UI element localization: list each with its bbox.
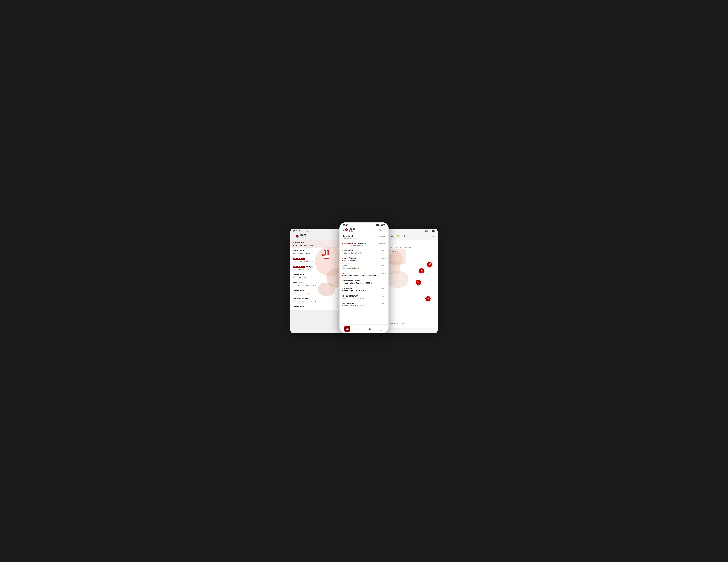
nav-mail[interactable] (344, 326, 350, 332)
email-item-left-8[interactable]: Carol Smith 18 Oct 202 (290, 304, 346, 310)
hand-overlay (320, 248, 333, 262)
phone-email-3[interactable]: Jason Chaplen Jun 5 Re: Job Offer 🔒 (340, 256, 388, 263)
phone-sender-5: Bernd (342, 272, 348, 274)
status-bar-right: 100 % (382, 229, 438, 233)
delete-icon[interactable]: 🗑 (390, 234, 395, 239)
phone-date-0: yesterday (379, 235, 386, 237)
phone-sender-4: Carol (342, 265, 347, 267)
app-header-left: ☰ 1 Inbox Online ⚌ ⊙ (290, 233, 346, 240)
phone-subject-2: Invitation: Kick-off 🔒 📎 (342, 252, 386, 254)
phone-subject-3: Re: Job Offer 🔒 (342, 260, 386, 262)
phone-inbox-info: ☰ 1 Inbox Online (342, 227, 355, 232)
red-x-4[interactable]: ✕ (425, 296, 431, 302)
sender-left-8: Carol Smith (293, 306, 304, 308)
sender-left-3: Tutanota Team hello@tu (293, 266, 314, 268)
red-x-2[interactable]: ✕ (419, 268, 424, 274)
phone-date-9: Jun 4 (382, 303, 386, 304)
subject-left-7: Cyber Security Importance 🔒 (293, 300, 344, 302)
phone-battery-area: 100% (373, 224, 385, 226)
phone-sender-0: Carol Smith (342, 235, 353, 237)
phone-dot-6 (342, 283, 343, 284)
phone-email-7[interactable]: Lufthansa Jun 4 Your Flight: FRA to JFK … (340, 286, 388, 293)
red-x-3[interactable]: ✕ (415, 279, 421, 285)
phone-sender-1: Tutanota Team hello@tutao.de (342, 242, 366, 244)
inbox-title-left: ☰ 1 Inbox Online (293, 234, 307, 239)
email-item-left-7[interactable]: Edward Snowden 18 Oct 202 Cyber Security… (290, 296, 346, 304)
phone-subject-8: Re: Need to reschedule 🔒 (342, 297, 386, 299)
status-bar-left: 07:37 Fri 16. Jun (290, 229, 346, 233)
more-dots-2[interactable]: ••• (384, 320, 435, 322)
phone-sender-3: Jason Chaplen (342, 257, 356, 259)
sender-extra-3: hello@tu (306, 266, 314, 268)
phone-subject-1: Your emails, your rules 🔒 (342, 245, 386, 247)
phone-email-6[interactable]: Gamescom Global Jun 4 Your invite to Gam… (340, 278, 388, 286)
phone-subject-0: Phishing Email 🔒 (342, 237, 386, 239)
phone-dot-9 (342, 305, 343, 306)
phone-date-3: Jun 5 (382, 257, 386, 259)
phone-email-5[interactable]: Bernd Jun 4 FWD: Your submission was acc… (340, 271, 388, 278)
phone-sender-6: Gamescom Global (342, 280, 360, 282)
sender-left-4: Carol Smith (293, 274, 304, 276)
nav-search[interactable] (356, 326, 361, 332)
online-label-left: Online (300, 237, 307, 239)
svg-rect-4 (322, 254, 324, 256)
wifi-icon-right (422, 230, 424, 232)
more-dots-1[interactable]: ••• (434, 241, 436, 244)
phone-email-1[interactable]: Tutanota Team hello@tutao.de yesterday Y… (340, 241, 388, 248)
battery-icon-phone (376, 224, 380, 226)
phone-email-9[interactable]: Michael Bell Jun 4 Partnership proposal … (340, 301, 388, 308)
phone-dot-3 (342, 260, 343, 261)
hide-icon[interactable]: 👁 (402, 234, 407, 239)
sender-left-0: Michael Bell (293, 241, 305, 244)
inbox-label-left: Inbox (300, 234, 307, 237)
phone-header-icons: ☺ ✏ (379, 228, 386, 231)
compose-icon-phone[interactable]: ✏ (383, 228, 386, 231)
wifi-icon-phone (373, 224, 375, 226)
email-meta-1: 🔒 ✉ Thu, 24 Nov 2022 · 10:15 am (384, 247, 435, 248)
phone-online-label: Online (349, 230, 355, 232)
emoji-icon-phone[interactable]: ☺ (379, 228, 381, 231)
more-icon-toolbar[interactable]: ••• (425, 234, 430, 239)
phone-email-8[interactable]: Richard McEwan Jun 4 Re: Need to resched… (340, 293, 388, 301)
email-meta-2: 🔒 ✈ Mon 13 Feb · 11:43 am (384, 323, 435, 325)
subject-left-0: Partnership proposal (293, 244, 344, 246)
tutanota-badge-phone-1: Tutanota Team (342, 243, 353, 244)
svg-rect-3 (327, 250, 329, 255)
phone-sender-9: Michael Bell (342, 302, 354, 305)
time-left: 07:37 (293, 230, 297, 232)
phone-date-8: Jun 4 (382, 295, 386, 297)
date-left: Fri 16. Jun (299, 230, 308, 232)
menu-icon-phone[interactable]: ☰ (342, 228, 345, 231)
phone-email-2[interactable]: Carol Smith Jun 5 Invitation: Kick-off 🔒… (340, 248, 388, 256)
scene: 07:37 Fri 16. Jun ☰ 1 Inbox Online ⚌ ⊙ (290, 222, 438, 340)
tutanota-badge-2: Tutanota Team (293, 258, 305, 260)
phone-sender-extra-1: hello@tutao.de (354, 242, 366, 244)
nav-calendar[interactable] (378, 326, 384, 332)
tutanota-badge-3: Tutanota Team (293, 266, 305, 268)
compose-icon-right[interactable]: ✏ (431, 234, 436, 239)
email-item-left-0[interactable]: Michael Bell 3 Ju Partnership proposal (290, 240, 346, 248)
menu-icon-left[interactable]: ☰ (293, 234, 295, 238)
sender-left-5: Nick Freh (293, 282, 302, 284)
phone-date-5: Jun 4 (382, 273, 386, 274)
lock-icon-7: 🔒 (315, 300, 316, 302)
phone-sender-7: Lufthansa (342, 287, 352, 289)
filter-icon-left[interactable]: ⚌ (337, 235, 340, 238)
phone-time: 08:07 (343, 224, 348, 226)
phone-status-bar: 08:07 100% (340, 223, 388, 227)
phone-email-4[interactable]: Carol Jun 4 Re: Annual budget 🔒 (340, 263, 388, 271)
unread-dot-0 (293, 245, 294, 246)
red-x-1[interactable]: ✕ (427, 261, 433, 267)
sender-left-1: Steph Cohn (293, 250, 304, 252)
phone-sender-2: Carol Smith (342, 250, 353, 252)
phone-center: 08:07 100% ☰ 1 Inbox Online ☺ ✏ (339, 222, 389, 333)
folder-icon[interactable]: 📁 (396, 234, 401, 239)
subject-left-6: Privacy & Security 🔒 (293, 292, 344, 294)
phone-email-0[interactable]: Carol Smith yesterday Phishing Email 🔒 (340, 233, 388, 241)
nav-person[interactable] (367, 326, 373, 332)
phone-battery-text: 100% (380, 224, 385, 226)
sender-left-6: Carol Smith (293, 290, 304, 292)
phone-date-2: Jun 5 (382, 250, 386, 252)
badge-phone: 1 (345, 228, 348, 231)
phone-app-header: ☰ 1 Inbox Online ☺ ✏ (340, 227, 388, 233)
